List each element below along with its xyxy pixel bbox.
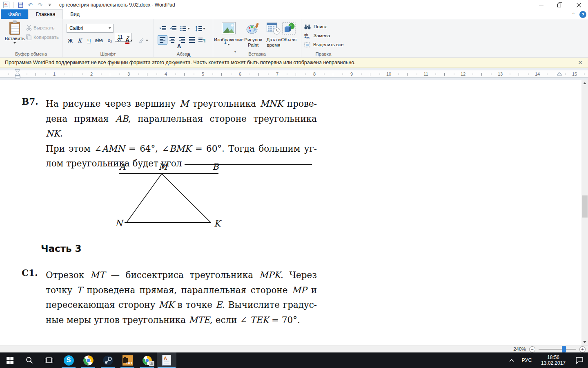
taskbar-app-csgo[interactable]: GO (118, 352, 137, 368)
help-icon[interactable]: ? (579, 11, 586, 18)
align-left-button[interactable] (158, 35, 167, 45)
ruler-number: 8 (313, 72, 316, 76)
chrome-icon (83, 355, 94, 366)
find-button[interactable]: Поиск (304, 22, 327, 31)
svg-text:ac: ac (306, 36, 310, 38)
qat-dropdown-icon[interactable] (46, 1, 53, 9)
font-color-button[interactable]: А (125, 36, 134, 45)
indent-markers-left[interactable] (15, 69, 20, 79)
problem-text-line: Отрезок MT — биссектриса треугольника MP… (46, 268, 317, 283)
replace-ab-icon: abac (304, 33, 311, 38)
clock[interactable]: 18:56 13.02.2017 (536, 352, 571, 368)
restore-button[interactable] (550, 0, 569, 10)
redo-icon[interactable]: ↷ (36, 1, 44, 9)
search-button[interactable] (20, 352, 39, 368)
zoom-out-button[interactable]: − (529, 346, 535, 352)
zoom-slider-thumb[interactable] (562, 346, 566, 352)
taskbar-app-chrome[interactable] (78, 352, 98, 368)
taskbar-app-steam[interactable] (98, 352, 118, 368)
subscript-button[interactable]: x₂ (105, 36, 114, 45)
line-spacing-icon (195, 26, 202, 31)
insert-object-button[interactable]: Объект (278, 22, 300, 43)
taskbar-app-wordpad[interactable] (157, 352, 176, 368)
clock-time: 18:56 (541, 355, 566, 360)
start-button[interactable] (0, 352, 20, 368)
group-label-paragraph: Абзац (154, 52, 213, 56)
ruler-number: 1 (53, 72, 56, 76)
warning-text: Программа WordPad поддерживает не все фу… (5, 60, 356, 65)
tab-view[interactable]: Вид (63, 9, 87, 19)
ribbon-tabs: Файл Главная Вид ⌃ ? (0, 10, 588, 19)
cut-button[interactable]: Вырезать (26, 24, 54, 32)
language-indicator[interactable]: РУС (518, 352, 536, 368)
save-icon[interactable] (17, 1, 24, 9)
wordpad-icon (162, 355, 171, 366)
close-button[interactable] (569, 0, 588, 10)
task-view-button[interactable] (39, 352, 59, 368)
taskbar-app-chrome-profile[interactable] (137, 352, 157, 368)
minimize-button[interactable] (532, 0, 550, 10)
bullets-button[interactable] (178, 24, 192, 33)
problem-text-line: ные меры углов треугольника MTE, если ∠ … (46, 313, 317, 328)
window-title: ср геометрия параллельность 9.02.docx - … (59, 2, 175, 8)
decrease-indent-button[interactable] (158, 24, 168, 33)
scroll-down-icon[interactable] (581, 339, 588, 346)
insert-image-button[interactable]: Изображение (216, 22, 242, 45)
scroll-up-icon[interactable] (581, 80, 588, 87)
paint-palette-icon (246, 22, 260, 36)
tab-file[interactable]: Файл (1, 9, 28, 19)
steam-icon (103, 355, 113, 366)
scrollbar-thumb[interactable] (582, 195, 588, 218)
italic-button[interactable]: К (75, 36, 84, 45)
ruler-number: 15 (572, 72, 577, 76)
taskbar-app-skype[interactable]: S (59, 352, 78, 368)
ruler-number: 12 (461, 72, 466, 76)
indent-marker-right[interactable] (557, 72, 562, 76)
font-family-select[interactable]: Calibri (67, 24, 114, 33)
align-right-button[interactable] (177, 35, 187, 45)
scissors-icon (26, 25, 32, 31)
bold-button[interactable]: Ж (66, 36, 75, 45)
superscript-button[interactable]: x² (115, 36, 124, 45)
paint-drawing-button[interactable]: Рисунок Paint (243, 22, 264, 48)
profile-badge-icon (149, 361, 154, 366)
line-spacing-button[interactable] (193, 24, 207, 33)
paste-caret-icon (13, 42, 16, 44)
problem-text-line: На рисунке через вершину M треугольника … (46, 96, 317, 112)
ruler-number: 9 (350, 72, 353, 76)
justify-button[interactable] (187, 35, 197, 45)
ruler-number: 7 (276, 72, 278, 76)
picture-icon (222, 22, 236, 36)
vertical-scrollbar[interactable] (581, 80, 588, 346)
highlighter-icon (138, 37, 145, 44)
select-all-button[interactable]: Выделить все (304, 40, 343, 49)
zoom-slider[interactable] (539, 349, 576, 350)
warning-close-icon[interactable]: ✕ (577, 59, 584, 66)
outdent-icon (160, 26, 167, 31)
title-bar: ↶ ↷ ср геометрия параллельность 9.02.doc… (0, 0, 588, 10)
replace-button[interactable]: abac Замена (304, 31, 330, 40)
highlight-button[interactable] (138, 36, 148, 45)
status-bar: 240% − + (0, 346, 588, 352)
compatibility-warning-bar: Программа WordPad поддерживает не все фу… (0, 58, 588, 68)
document-page[interactable]: В7.На рисунке через вершину M треугольни… (0, 80, 581, 346)
ribbon: Вставить Вырезать Копировать Буфер обмен… (0, 19, 588, 58)
underline-button[interactable]: Ч (85, 36, 94, 45)
strikethrough-button[interactable]: abc (94, 36, 103, 45)
zoom-in-button[interactable]: + (579, 346, 586, 352)
wordpad-app-icon[interactable] (2, 1, 10, 9)
undo-icon[interactable]: ↶ (27, 1, 34, 9)
windows-logo-icon (7, 357, 13, 364)
task-view-icon (45, 357, 53, 364)
ruler-number: 3 (127, 72, 130, 76)
group-label-editing: Правка (301, 52, 345, 56)
show-hidden-icons-button[interactable] (506, 352, 518, 368)
increase-indent-button[interactable] (168, 24, 178, 33)
paste-button[interactable]: Вставить (4, 22, 25, 44)
tab-home[interactable]: Главная (28, 9, 63, 19)
paragraph-settings-button[interactable]: ¶ (197, 35, 207, 45)
action-center-button[interactable] (571, 352, 588, 368)
copy-button[interactable]: Копировать (26, 33, 59, 41)
collapse-ribbon-icon[interactable]: ⌃ (572, 12, 575, 17)
align-center-button[interactable] (167, 35, 177, 45)
